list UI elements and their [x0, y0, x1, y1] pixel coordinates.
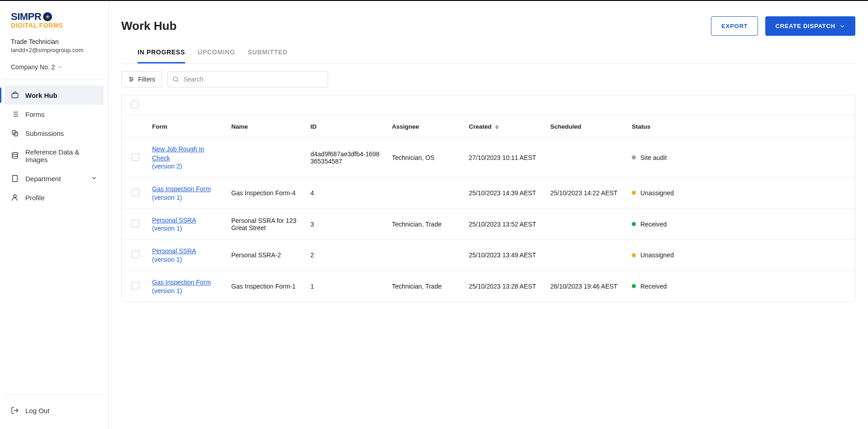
cell-created: 25/10/2023 13:28 AEST [463, 270, 545, 301]
cell-status: Received [626, 270, 855, 301]
cell-name: Personal SSRA-2 [226, 240, 305, 271]
row-checkbox[interactable] [132, 188, 139, 196]
svg-line-26 [177, 81, 178, 82]
search-icon [172, 76, 179, 83]
cell-created: 25/10/2023 13:49 AEST [463, 240, 545, 271]
status-dot-icon [632, 284, 636, 288]
cell-id: 1 [305, 270, 386, 301]
svg-point-17 [14, 195, 16, 198]
status-label: Unassigned [640, 251, 674, 259]
col-scheduled[interactable]: Scheduled [545, 116, 626, 138]
col-assignee[interactable]: Assignee [386, 116, 463, 138]
svg-point-23 [132, 79, 133, 80]
sidebar-item-label: Submissions [25, 130, 64, 137]
tab-in-progress[interactable]: IN PROGRESS [138, 45, 185, 63]
table-row: Personal SSRA(version 1)Personal SSRA fo… [122, 208, 855, 240]
form-version: (version 1) [152, 194, 220, 201]
user-icon [11, 193, 19, 202]
sidebar-item-profile[interactable]: Profile [5, 188, 104, 207]
company-selector[interactable]: Company No. 2 [0, 60, 108, 79]
col-status[interactable]: Status [626, 116, 855, 138]
status-label: Received [640, 283, 667, 290]
col-name[interactable]: Name [226, 116, 305, 138]
cell-created: 27/10/2023 10:11 AEST [463, 138, 545, 178]
logout-icon [11, 406, 19, 415]
logo: SIMPR DIGITAL FORMS [0, 1, 108, 34]
sidebar-item-work-hub[interactable]: Work Hub [5, 86, 104, 105]
cell-id: 4 [305, 178, 386, 209]
main: Work Hub EXPORT CREATE DISPATCH IN PROGR… [109, 1, 868, 429]
table-card: Form Name ID Assignee Created Scheduled … [121, 95, 855, 302]
status-dot-icon [632, 155, 636, 159]
gear-icon [43, 12, 52, 21]
cell-assignee: Technician, Trade [386, 208, 463, 240]
form-version: (version 1) [152, 287, 220, 294]
table-row: Personal SSRA(version 1)Personal SSRA-22… [122, 240, 855, 271]
select-all-checkbox[interactable] [131, 101, 138, 108]
tab-submitted[interactable]: SUBMITTED [248, 45, 288, 63]
form-version: (version 2) [152, 163, 220, 170]
cell-assignee [386, 240, 463, 271]
cell-assignee: Technician, OS [386, 138, 463, 178]
sidebar-item-logout[interactable]: Log Out [11, 403, 97, 418]
sidebar-item-reference[interactable]: Reference Data & Images [5, 143, 104, 169]
sidebar-item-label: Log Out [25, 407, 49, 415]
table-row: New Job Rough In Check(version 2)d4ad9f6… [122, 138, 855, 178]
user-name: Trade Technician [11, 38, 97, 45]
user-email: landd+2@simprogroup.com [11, 47, 97, 53]
briefcase-icon [11, 91, 19, 99]
row-checkbox[interactable] [132, 153, 139, 161]
table-row: Gas Inspection Form(version 1)Gas Inspec… [122, 178, 855, 209]
database-icon [11, 152, 19, 160]
sort-icon [495, 125, 499, 129]
list-icon [11, 110, 19, 118]
cell-status: Unassigned [626, 240, 855, 271]
row-checkbox[interactable] [132, 220, 139, 227]
chevron-down-icon [57, 64, 63, 70]
row-checkbox[interactable] [132, 251, 139, 258]
sidebar-item-label: Forms [25, 111, 45, 118]
cell-scheduled: 26/10/2023 19:46 AEST [545, 270, 626, 301]
status-dot-icon [632, 222, 636, 226]
company-name: Company No. 2 [11, 63, 55, 71]
form-link[interactable]: Personal SSRA [152, 247, 220, 256]
sidebar-item-forms[interactable]: Forms [5, 105, 104, 124]
col-created[interactable]: Created [463, 116, 545, 138]
logo-subtext: DIGITAL FORMS [11, 22, 97, 29]
export-button[interactable]: EXPORT [711, 16, 758, 36]
cell-status: Site audit [626, 138, 855, 178]
sidebar-item-submissions[interactable]: Submissions [5, 124, 104, 143]
cell-status: Received [626, 208, 855, 240]
sliders-icon [128, 76, 134, 82]
sidebar-item-department[interactable]: Department [5, 169, 104, 188]
svg-point-24 [130, 80, 131, 81]
create-dispatch-button[interactable]: CREATE DISPATCH [765, 16, 855, 36]
form-link[interactable]: New Job Rough In Check [152, 145, 220, 163]
search-input[interactable] [167, 71, 328, 87]
tab-upcoming[interactable]: UPCOMING [198, 45, 235, 63]
cell-name: Personal SSRA for 123 Great Street [226, 208, 305, 240]
form-version: (version 1) [152, 256, 220, 263]
cell-name: Gas Inspection Form-4 [226, 178, 305, 209]
col-id[interactable]: ID [305, 116, 386, 138]
status-label: Received [640, 221, 667, 228]
cell-created: 25/10/2023 14:39 AEST [463, 178, 545, 209]
filters-label: Filters [138, 76, 155, 83]
cell-scheduled [545, 240, 626, 271]
form-link[interactable]: Personal SSRA [152, 216, 220, 225]
status-dot-icon [632, 191, 636, 195]
filters-button[interactable]: Filters [121, 71, 162, 87]
table-row: Gas Inspection Form(version 1)Gas Inspec… [122, 270, 855, 301]
cell-status: Unassigned [626, 178, 855, 209]
col-form[interactable]: Form [147, 116, 226, 138]
sidebar-item-label: Work Hub [25, 92, 57, 99]
cell-assignee: Technician, Trade [386, 270, 463, 301]
form-link[interactable]: Gas Inspection Form [152, 278, 220, 287]
status-dot-icon [632, 253, 636, 257]
chevron-down-icon [839, 23, 845, 29]
divider [4, 79, 105, 79]
create-dispatch-label: CREATE DISPATCH [775, 23, 835, 29]
row-checkbox[interactable] [132, 282, 139, 289]
form-link[interactable]: Gas Inspection Form [152, 185, 220, 194]
cell-id: 2 [305, 240, 386, 271]
